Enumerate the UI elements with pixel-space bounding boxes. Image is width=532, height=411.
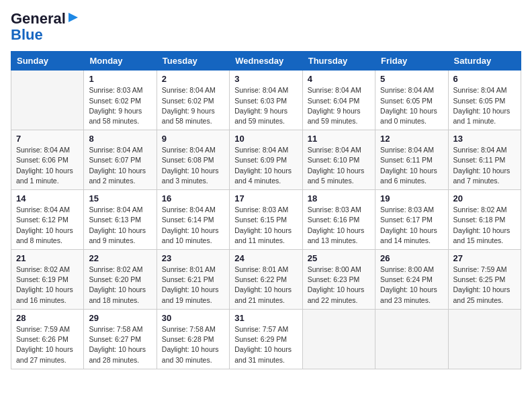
calendar-cell: 19Sunrise: 8:03 AMSunset: 6:17 PMDayligh…	[375, 190, 448, 250]
day-number: 22	[89, 253, 151, 263]
calendar-cell	[302, 309, 375, 369]
calendar-cell: 18Sunrise: 8:03 AMSunset: 6:16 PMDayligh…	[302, 190, 375, 250]
calendar-cell	[448, 309, 521, 369]
calendar-cell: 31Sunrise: 7:57 AMSunset: 6:29 PMDayligh…	[230, 309, 302, 369]
day-info: Sunrise: 7:59 AMSunset: 6:26 PMDaylight:…	[16, 324, 79, 365]
day-info: Sunrise: 8:04 AMSunset: 6:02 PMDaylight:…	[162, 85, 224, 126]
calendar-body: 1Sunrise: 8:03 AMSunset: 6:02 PMDaylight…	[11, 71, 521, 369]
calendar-cell: 12Sunrise: 8:04 AMSunset: 6:11 PMDayligh…	[375, 130, 448, 190]
day-info: Sunrise: 8:04 AMSunset: 6:04 PMDaylight:…	[308, 85, 370, 126]
day-number: 14	[16, 193, 79, 203]
day-info: Sunrise: 8:00 AMSunset: 6:23 PMDaylight:…	[308, 265, 370, 306]
calendar-cell: 28Sunrise: 7:59 AMSunset: 6:26 PMDayligh…	[11, 309, 84, 369]
day-number: 1	[89, 74, 151, 84]
day-info: Sunrise: 8:04 AMSunset: 6:11 PMDaylight:…	[380, 145, 443, 186]
day-info: Sunrise: 8:04 AMSunset: 6:14 PMDaylight:…	[162, 205, 224, 246]
day-number: 21	[16, 253, 79, 263]
day-number: 6	[453, 74, 516, 84]
calendar-cell: 23Sunrise: 8:01 AMSunset: 6:21 PMDayligh…	[157, 250, 229, 310]
calendar-cell: 16Sunrise: 8:04 AMSunset: 6:14 PMDayligh…	[157, 190, 229, 250]
calendar-cell: 1Sunrise: 8:03 AMSunset: 6:02 PMDaylight…	[84, 71, 157, 130]
calendar-cell: 15Sunrise: 8:04 AMSunset: 6:13 PMDayligh…	[84, 190, 157, 250]
calendar-cell: 8Sunrise: 8:04 AMSunset: 6:07 PMDaylight…	[84, 130, 157, 190]
calendar-cell: 4Sunrise: 8:04 AMSunset: 6:04 PMDaylight…	[302, 71, 375, 130]
calendar-cell: 3Sunrise: 8:04 AMSunset: 6:03 PMDaylight…	[230, 71, 302, 130]
calendar-cell	[375, 309, 448, 369]
day-info: Sunrise: 8:04 AMSunset: 6:10 PMDaylight:…	[308, 145, 370, 186]
day-info: Sunrise: 8:04 AMSunset: 6:11 PMDaylight:…	[453, 145, 516, 186]
day-info: Sunrise: 8:03 AMSunset: 6:02 PMDaylight:…	[89, 85, 151, 126]
calendar-cell: 17Sunrise: 8:03 AMSunset: 6:15 PMDayligh…	[230, 190, 302, 250]
calendar-cell: 5Sunrise: 8:04 AMSunset: 6:05 PMDaylight…	[375, 71, 448, 130]
calendar-week-row: 28Sunrise: 7:59 AMSunset: 6:26 PMDayligh…	[11, 309, 521, 369]
day-info: Sunrise: 7:57 AMSunset: 6:29 PMDaylight:…	[234, 324, 297, 365]
weekday-header: Saturday	[448, 52, 521, 71]
day-number: 18	[308, 193, 370, 203]
day-info: Sunrise: 8:04 AMSunset: 6:09 PMDaylight:…	[234, 145, 297, 186]
day-number: 9	[162, 134, 224, 144]
day-number: 13	[453, 134, 516, 144]
calendar-cell	[11, 71, 84, 130]
day-number: 19	[380, 193, 443, 203]
calendar-week-row: 7Sunrise: 8:04 AMSunset: 6:06 PMDaylight…	[11, 130, 521, 190]
weekday-header: Thursday	[302, 52, 375, 71]
day-info: Sunrise: 8:01 AMSunset: 6:21 PMDaylight:…	[162, 265, 224, 306]
page-header: General Blue	[11, 11, 521, 43]
day-info: Sunrise: 8:04 AMSunset: 6:13 PMDaylight:…	[89, 205, 151, 246]
day-number: 17	[234, 193, 297, 203]
day-info: Sunrise: 8:02 AMSunset: 6:18 PMDaylight:…	[453, 205, 516, 246]
svg-marker-0	[69, 13, 78, 22]
day-info: Sunrise: 7:59 AMSunset: 6:25 PMDaylight:…	[453, 265, 516, 306]
calendar-cell: 6Sunrise: 8:04 AMSunset: 6:05 PMDaylight…	[448, 71, 521, 130]
calendar-week-row: 1Sunrise: 8:03 AMSunset: 6:02 PMDaylight…	[11, 71, 521, 130]
day-info: Sunrise: 8:04 AMSunset: 6:06 PMDaylight:…	[16, 145, 79, 186]
day-info: Sunrise: 8:03 AMSunset: 6:15 PMDaylight:…	[234, 205, 297, 246]
calendar-cell: 21Sunrise: 8:02 AMSunset: 6:19 PMDayligh…	[11, 250, 84, 310]
day-number: 15	[89, 193, 151, 203]
weekday-header: Friday	[375, 52, 448, 71]
calendar-cell: 2Sunrise: 8:04 AMSunset: 6:02 PMDaylight…	[157, 71, 229, 130]
day-number: 26	[380, 253, 443, 263]
day-info: Sunrise: 8:04 AMSunset: 6:03 PMDaylight:…	[234, 85, 297, 126]
calendar-week-row: 14Sunrise: 8:04 AMSunset: 6:12 PMDayligh…	[11, 190, 521, 250]
day-info: Sunrise: 8:04 AMSunset: 6:08 PMDaylight:…	[162, 145, 224, 186]
day-info: Sunrise: 8:02 AMSunset: 6:19 PMDaylight:…	[16, 265, 79, 306]
weekday-header: Sunday	[11, 52, 84, 71]
calendar-cell: 7Sunrise: 8:04 AMSunset: 6:06 PMDaylight…	[11, 130, 84, 190]
calendar-cell: 30Sunrise: 7:58 AMSunset: 6:28 PMDayligh…	[157, 309, 229, 369]
weekday-header: Monday	[84, 52, 157, 71]
calendar-cell: 22Sunrise: 8:02 AMSunset: 6:20 PMDayligh…	[84, 250, 157, 310]
day-info: Sunrise: 8:02 AMSunset: 6:20 PMDaylight:…	[89, 265, 151, 306]
weekday-header: Wednesday	[230, 52, 302, 71]
calendar-cell: 24Sunrise: 8:01 AMSunset: 6:22 PMDayligh…	[230, 250, 302, 310]
day-number: 16	[162, 193, 224, 203]
day-number: 2	[162, 74, 224, 84]
calendar-cell: 29Sunrise: 7:58 AMSunset: 6:27 PMDayligh…	[84, 309, 157, 369]
calendar-cell: 14Sunrise: 8:04 AMSunset: 6:12 PMDayligh…	[11, 190, 84, 250]
day-number: 29	[89, 313, 151, 323]
day-number: 8	[89, 134, 151, 144]
day-number: 11	[308, 134, 370, 144]
day-info: Sunrise: 8:04 AMSunset: 6:07 PMDaylight:…	[89, 145, 151, 186]
calendar-cell: 13Sunrise: 8:04 AMSunset: 6:11 PMDayligh…	[448, 130, 521, 190]
day-info: Sunrise: 8:04 AMSunset: 6:05 PMDaylight:…	[380, 85, 443, 126]
day-number: 4	[308, 74, 370, 84]
day-number: 5	[380, 74, 443, 84]
day-number: 24	[234, 253, 297, 263]
day-number: 30	[162, 313, 224, 323]
calendar-table: SundayMondayTuesdayWednesdayThursdayFrid…	[11, 51, 521, 369]
day-info: Sunrise: 8:00 AMSunset: 6:24 PMDaylight:…	[380, 265, 443, 306]
day-number: 3	[234, 74, 297, 84]
calendar-cell: 9Sunrise: 8:04 AMSunset: 6:08 PMDaylight…	[157, 130, 229, 190]
day-info: Sunrise: 7:58 AMSunset: 6:28 PMDaylight:…	[162, 324, 224, 365]
calendar-week-row: 21Sunrise: 8:02 AMSunset: 6:19 PMDayligh…	[11, 250, 521, 310]
day-number: 25	[308, 253, 370, 263]
day-number: 27	[453, 253, 516, 263]
logo-arrow-icon	[67, 11, 79, 24]
logo: General Blue	[11, 11, 79, 43]
day-info: Sunrise: 8:03 AMSunset: 6:17 PMDaylight:…	[380, 205, 443, 246]
day-number: 12	[380, 134, 443, 144]
calendar-cell: 11Sunrise: 8:04 AMSunset: 6:10 PMDayligh…	[302, 130, 375, 190]
calendar-cell: 10Sunrise: 8:04 AMSunset: 6:09 PMDayligh…	[230, 130, 302, 190]
day-number: 7	[16, 134, 79, 144]
